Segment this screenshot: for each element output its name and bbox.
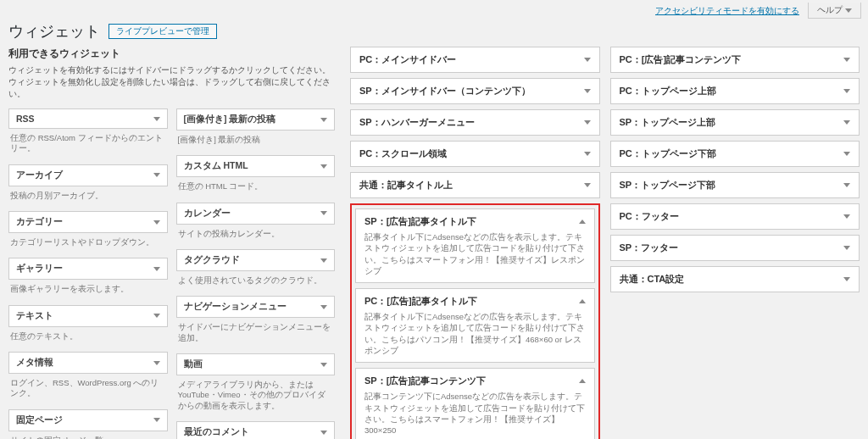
chevron-down-icon [843,183,850,187]
widget-desc: サイトの投稿カレンダー。 [176,225,336,247]
widget-right-0[interactable]: [画像付き] 最新の投稿 [176,108,336,131]
area-label: SP：ハンバーガーメニュー [359,116,475,129]
widget-area-c2-0[interactable]: PC：[広告]記事コンテンツ下 [610,47,860,73]
chevron-down-icon [153,220,160,225]
help-label: ヘルプ [817,4,843,16]
widget-left-5[interactable]: メタ情報 [8,352,168,374]
area-desc: 記事タイトル下にAdsenseなどの広告を表示します。テキストウィジェットを追加… [364,231,586,276]
widget-label: メタ情報 [16,357,53,369]
chevron-down-icon [584,58,591,62]
highlighted-areas: SP：[広告]記事タイトル下 記事タイトル下にAdsenseなどの広告を表示しま… [350,203,600,439]
chevron-down-icon [843,152,850,156]
area-label: SP：メインサイドバー（コンテンツ下） [359,85,531,97]
chevron-down-icon [320,258,327,263]
chevron-down-icon [843,89,850,93]
chevron-down-icon [843,277,850,281]
widget-desc: メディアライブラリ内から、または YouTube・Vimeo・その他のプロバイダ… [176,375,336,420]
widget-desc: 投稿の月別アーカイブ。 [8,186,168,209]
widget-area-c2-4[interactable]: SP：トップページ下部 [610,172,860,198]
widget-desc: [画像付き] 最新の投稿 [176,131,336,153]
widget-right-1[interactable]: カスタム HTML [176,155,336,177]
widget-right-4[interactable]: ナビゲーションメニュー [176,296,336,318]
chevron-down-icon [843,120,850,125]
chevron-down-icon [320,363,327,367]
widget-area-c1-1[interactable]: SP：メインサイドバー（コンテンツ下） [350,78,600,104]
widget-area-expanded-0[interactable]: SP：[広告]記事タイトル下 記事タイトル下にAdsenseなどの広告を表示しま… [355,208,595,283]
widget-area-c2-5[interactable]: PC：フッター [610,203,860,230]
widget-left-3[interactable]: ギャラリー [8,258,168,280]
widget-desc: サイドバーにナビゲーションメニューを追加。 [176,318,336,352]
widget-area-expanded-2[interactable]: SP：[広告]記事コンテンツ下 記事コンテンツ下にAdsenseなどの広告を表示… [355,368,595,439]
widget-label: [画像付き] 最新の投稿 [184,114,276,125]
chevron-down-icon [584,120,591,125]
widget-left-2[interactable]: カテゴリー [8,211,168,233]
widget-label: ナビゲーションメニュー [184,301,287,313]
area-label: PC：フッター [620,210,679,223]
widget-label: アーカイブ [16,169,63,181]
accessibility-link[interactable]: アクセシビリティモードを有効にする [655,5,799,17]
widget-area-expanded-1[interactable]: PC：[広告]記事タイトル下 記事タイトル下にAdsenseなどの広告を表示しま… [355,288,595,363]
widget-right-2[interactable]: カレンダー [176,203,336,225]
widget-area-c2-7[interactable]: 共通：CTA設定 [610,266,860,292]
area-label: SP：トップページ上部 [620,116,716,129]
chevron-down-icon [320,305,327,309]
widget-label: ギャラリー [16,263,63,275]
widget-area-c2-6[interactable]: SP：フッター [610,235,860,261]
available-widgets-desc: ウィジェットを有効化するにはサイドバーにドラッグするかクリックしてください。ウィ… [8,64,335,100]
chevron-up-icon [579,299,586,303]
widget-desc: 任意の HTML コード。 [176,177,336,200]
chevron-down-icon [584,152,591,156]
area-label: 共通：記事タイトル上 [359,179,453,192]
widget-label: カレンダー [184,208,231,220]
area-label: SP：フッター [620,242,679,254]
area-label: 共通：CTA設定 [620,273,685,286]
widget-left-0[interactable]: RSS [8,108,168,129]
area-desc: 記事コンテンツ下にAdsenseなどの広告を表示します。テキストウィジェットを追… [364,391,586,436]
widget-right-3[interactable]: タグクラウド [176,249,336,271]
available-widgets-title: 利用できるウィジェット [8,47,335,61]
chevron-down-icon [843,58,850,62]
chevron-down-icon [320,118,327,122]
widget-area-c2-1[interactable]: PC：トップページ上部 [610,78,860,104]
area-desc: 記事タイトル下にAdsenseなどの広告を表示します。テキストウィジェットを追加… [364,311,586,356]
area-label: PC：メインサイドバー [359,53,456,66]
widget-desc: カテゴリーリストやドロップダウン。 [8,233,168,256]
widget-left-1[interactable]: アーカイブ [8,164,168,186]
widget-area-c2-3[interactable]: PC：トップページ下部 [610,141,860,167]
chevron-down-icon [584,89,591,93]
chevron-down-icon [153,173,160,177]
widget-area-c1-4[interactable]: 共通：記事タイトル上 [350,172,600,198]
chevron-down-icon [153,267,160,271]
chevron-down-icon [153,361,160,365]
widget-area-c1-0[interactable]: PC：メインサイドバー [350,47,600,73]
widget-label: 最近のコメント [184,426,249,438]
widget-right-5[interactable]: 動画 [176,353,336,375]
chevron-down-icon [845,8,852,13]
widget-desc: サイトの固定ページ一覧。 [8,431,168,439]
widget-left-4[interactable]: テキスト [8,305,168,327]
chevron-down-icon [320,211,327,215]
chevron-down-icon [320,431,327,435]
widget-area-c1-2[interactable]: SP：ハンバーガーメニュー [350,109,600,136]
live-preview-button[interactable]: ライブプレビューで管理 [108,24,217,39]
widget-label: テキスト [16,310,53,322]
area-label: SP：[広告]記事コンテンツ下 [364,375,486,387]
widget-desc: 任意の RSS/Atom フィードからのエントリー。 [8,129,168,163]
widget-right-6[interactable]: 最近のコメント [176,421,336,439]
widget-label: カテゴリー [16,216,63,228]
chevron-down-icon [320,164,327,169]
chevron-down-icon [843,246,850,250]
widget-label: RSS [16,114,35,124]
chevron-up-icon [579,379,586,383]
area-label: SP：[広告]記事タイトル下 [364,215,476,228]
help-tab[interactable]: ヘルプ [808,3,861,19]
widget-left-6[interactable]: 固定ページ [8,409,168,431]
chevron-down-icon [153,418,160,422]
chevron-down-icon [584,183,591,187]
widget-area-c2-2[interactable]: SP：トップページ上部 [610,109,860,136]
widget-desc: 画像ギャラリーを表示します。 [8,280,168,303]
area-label: SP：トップページ下部 [620,179,716,192]
chevron-down-icon [843,214,850,219]
widget-desc: ログイン、RSS、WordPress.org へのリンク。 [8,374,168,408]
widget-area-c1-3[interactable]: PC：スクロール領域 [350,141,600,167]
